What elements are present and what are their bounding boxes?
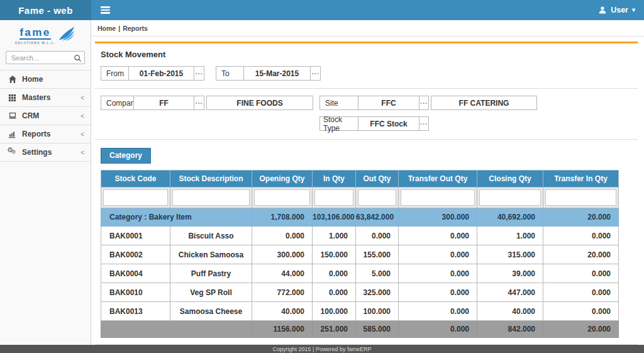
grid-filter-cell[interactable] xyxy=(314,189,353,206)
sidebar-item-label: CRM xyxy=(22,111,39,120)
stock-code: BAK0002 xyxy=(101,245,170,264)
closing-qty: 39.000 xyxy=(477,264,543,283)
category-summary-row: Category : Bakery Item 1,708.000 103,106… xyxy=(101,208,619,227)
sidebar-item-masters[interactable]: Masters < xyxy=(0,89,91,107)
table-row[interactable]: BAK0002 Chicken Samoosa 300.000 150.000 … xyxy=(101,245,619,264)
sidebar-item-reports[interactable]: Reports < xyxy=(0,125,91,143)
column-header[interactable]: Stock Description xyxy=(170,171,252,188)
from-date-picker-button[interactable]: ... xyxy=(194,66,204,81)
sidebar-item-label: Reports xyxy=(22,130,50,138)
sidebar-item-label: Home xyxy=(22,75,43,84)
out-qty: 5.000 xyxy=(356,264,399,283)
total-out-qty: 585.000 xyxy=(356,321,399,338)
company-name-field: FINE FOODS xyxy=(206,96,313,110)
to-date-field[interactable]: 15-Mar-2015 xyxy=(243,66,311,81)
grid-filter-cell[interactable] xyxy=(254,189,310,206)
column-header[interactable]: Transfer Out Qty xyxy=(399,171,477,188)
table-row[interactable]: BAK0001 Biscuit Asso 0.000 1.000 0.000 0… xyxy=(101,227,619,245)
opening-qty: 0.000 xyxy=(252,227,313,245)
site-code-field[interactable]: FFC xyxy=(358,96,419,110)
chevron-left-icon: < xyxy=(80,149,84,156)
company-code-field[interactable]: FF xyxy=(133,96,194,110)
out-qty: 100.000 xyxy=(356,302,399,321)
category-transfer-out-qty: 300.000 xyxy=(399,208,477,227)
opening-qty: 300.000 xyxy=(252,245,313,264)
total-in-qty: 251.000 xyxy=(313,321,356,338)
from-label: From xyxy=(101,66,129,81)
sidebar-item-settings[interactable]: ⚙⚙ Settings < xyxy=(0,143,91,162)
transfer-in-qty: 0.000 xyxy=(543,283,619,302)
chevron-left-icon: < xyxy=(80,94,84,101)
out-qty: 325.000 xyxy=(356,283,399,302)
category-name: Category : Bakery Item xyxy=(101,208,252,227)
table-row[interactable]: BAK0004 Puff Pastry 44.000 0.000 5.000 0… xyxy=(101,264,619,283)
transfer-in-qty: 0.000 xyxy=(543,302,619,321)
table-row[interactable]: BAK0010 Veg SP Roll 772.000 0.000 325.00… xyxy=(101,283,619,302)
grid-filter-cell[interactable] xyxy=(545,189,616,206)
from-date-field[interactable]: 01-Feb-2015 xyxy=(128,66,194,81)
breadcrumb: Home | Reports xyxy=(91,20,644,36)
stock-type-lookup-button[interactable]: ... xyxy=(419,116,429,131)
section-divider xyxy=(95,139,638,140)
column-header[interactable]: Transfer In Qty xyxy=(543,171,619,188)
bar-chart-icon xyxy=(8,130,17,138)
grid-filter-cell[interactable] xyxy=(172,189,250,206)
user-menu-label: User xyxy=(611,6,628,14)
category-closing-qty: 40,692.000 xyxy=(477,208,543,227)
stock-type-field[interactable]: FFC Stock xyxy=(358,116,419,131)
total-transfer-in-qty: 20.000 xyxy=(543,321,619,338)
chevron-left-icon: < xyxy=(80,113,84,120)
transfer-out-qty: 0.000 xyxy=(399,283,477,302)
transfer-out-qty: 0.000 xyxy=(399,245,477,264)
entity-filter-panel: Company FF ... FINE FOODS Site FFC ... F… xyxy=(95,89,638,139)
column-header[interactable]: Out Qty xyxy=(356,171,399,188)
user-icon xyxy=(598,6,607,14)
in-qty: 100.000 xyxy=(313,302,356,321)
sidebar-item-home[interactable]: Home xyxy=(0,70,91,89)
stock-description: Chicken Samoosa xyxy=(170,245,252,264)
to-date-picker-button[interactable]: ... xyxy=(310,66,321,81)
footer-bar: Copyright 2015 | Powered by fameERP xyxy=(0,345,644,353)
site-lookup-button[interactable]: ... xyxy=(419,96,429,110)
sidebar-item-crm[interactable]: CRM < xyxy=(0,107,91,125)
logo-subtext: SOLUTIONS W.L.L. xyxy=(15,41,55,45)
category-transfer-in-qty: 20.000 xyxy=(543,208,619,227)
table-row[interactable]: BAK0013 Samoosa Cheese 40.000 100.000 10… xyxy=(101,302,619,321)
column-header[interactable]: Closing Qty xyxy=(477,171,543,188)
sidebar-toggle-button[interactable] xyxy=(91,0,119,20)
main-content: Home | Reports Stock Movement From 01-Fe… xyxy=(91,20,644,345)
total-empty-cell xyxy=(101,321,252,338)
category-button[interactable]: Category xyxy=(101,148,151,164)
stock-type-label: Stock Type xyxy=(319,116,358,131)
grid-filter-cell[interactable] xyxy=(103,189,168,206)
grid-filter-cell[interactable] xyxy=(479,189,541,206)
opening-qty: 44.000 xyxy=(252,264,313,283)
in-qty: 1.000 xyxy=(313,227,356,245)
column-header[interactable]: Opening Qty xyxy=(252,171,313,188)
grid-filter-cell[interactable] xyxy=(358,189,396,206)
in-qty: 150.000 xyxy=(313,245,356,264)
stock-description: Veg SP Roll xyxy=(170,283,252,302)
transfer-in-qty: 0.000 xyxy=(543,227,619,245)
company-label: Company xyxy=(101,96,134,110)
laptop-icon xyxy=(8,111,17,120)
breadcrumb-home-link[interactable]: Home xyxy=(97,25,116,32)
stock-code: BAK0001 xyxy=(101,227,170,245)
copyright-text: Copyright 2015 | Powered by fameERP xyxy=(273,346,372,352)
from-date-group: From 01-Feb-2015 ... xyxy=(101,66,204,81)
grid-filter-cell[interactable] xyxy=(401,189,475,206)
in-qty: 0.000 xyxy=(313,283,356,302)
total-opening-qty: 1156.000 xyxy=(252,321,313,338)
column-header[interactable]: Stock Code xyxy=(101,171,170,188)
company-lookup-button[interactable]: ... xyxy=(194,96,204,110)
user-menu[interactable]: User ▾ xyxy=(589,0,644,20)
closing-qty: 1.000 xyxy=(477,227,543,245)
category-in-qty: 103,106.000 xyxy=(313,208,356,227)
page-title: Stock Movement xyxy=(101,50,638,59)
gears-icon: ⚙⚙ xyxy=(8,148,17,157)
closing-qty: 315.000 xyxy=(477,245,543,264)
grid-filter-row xyxy=(101,188,619,208)
closing-qty: 447.000 xyxy=(477,283,543,302)
column-header[interactable]: In Qty xyxy=(313,171,356,188)
caret-down-icon: ▾ xyxy=(632,7,635,13)
